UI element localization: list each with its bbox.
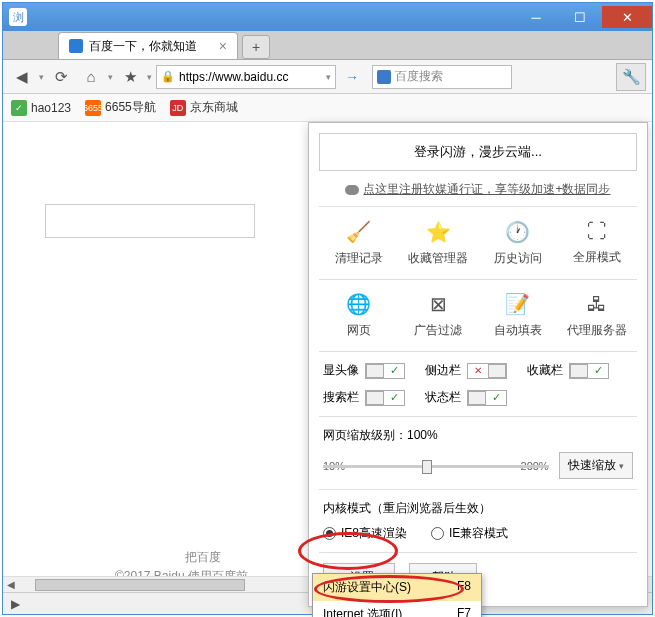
tab-favicon: [69, 39, 83, 53]
shortcut-text: F8: [457, 579, 471, 596]
radio-icon: [323, 527, 336, 540]
menu-clear-records[interactable]: 🧹清理记录: [319, 207, 399, 279]
toggle-favbar[interactable]: [569, 363, 609, 379]
toggle-statusbar-label: 状态栏: [425, 389, 461, 406]
toggle-searchbar-label: 搜索栏: [323, 389, 359, 406]
bookmark-icon: JD: [170, 100, 186, 116]
url-dropdown-icon[interactable]: ▾: [326, 72, 331, 82]
address-bar[interactable]: 🔒 https://www.baidu.cc ▾: [156, 65, 336, 89]
toggle-avatar-label: 显头像: [323, 362, 359, 379]
search-engine-icon[interactable]: [377, 70, 391, 84]
block-icon: ⊠: [430, 292, 447, 316]
cloud-icon: [345, 185, 359, 195]
lock-icon: 🔒: [161, 70, 175, 83]
toggle-searchbar[interactable]: [365, 390, 405, 406]
submenu-settings-center[interactable]: 闪游设置中心(S) F8: [313, 574, 481, 601]
bookmarks-bar: ✓ hao123 6655 6655导航 JD 京东商城: [3, 94, 652, 122]
server-icon: 🖧: [587, 293, 607, 316]
radio-iecompat[interactable]: IE兼容模式: [431, 525, 508, 542]
favorite-menu-icon[interactable]: ▾: [147, 72, 152, 82]
quick-zoom-button[interactable]: 快速缩放 ▾: [559, 452, 633, 479]
app-icon: 浏: [9, 8, 27, 26]
status-play-icon[interactable]: ▶: [11, 597, 20, 611]
search-placeholder: 百度搜索: [395, 68, 443, 85]
toggle-sidebar[interactable]: [467, 363, 507, 379]
content-area: 把百度 ©2017 Baidu 使用百度前 登录闪游，漫步云端... 点这里注册…: [3, 122, 652, 612]
favorite-button[interactable]: ★: [117, 64, 143, 90]
reload-button[interactable]: ⟳: [48, 64, 74, 90]
login-button[interactable]: 登录闪游，漫步云端...: [319, 133, 637, 171]
bookmark-hao123[interactable]: ✓ hao123: [11, 100, 71, 116]
scrollbar-thumb[interactable]: [35, 579, 245, 591]
menu-proxy[interactable]: 🖧代理服务器: [558, 279, 638, 351]
search-bar[interactable]: 百度搜索: [372, 65, 512, 89]
toggle-favbar-label: 收藏栏: [527, 362, 563, 379]
menu-adblock[interactable]: ⊠广告过滤: [399, 279, 479, 351]
slider-thumb[interactable]: [422, 460, 432, 474]
menu-fullscreen[interactable]: ⛶全屏模式: [558, 207, 638, 279]
bookmark-icon: 6655: [85, 100, 101, 116]
back-history-icon[interactable]: ▾: [39, 72, 44, 82]
chevron-down-icon: ▾: [619, 461, 624, 471]
maximize-button[interactable]: ☐: [558, 6, 602, 28]
minimize-button[interactable]: ─: [514, 6, 558, 28]
broom-icon: 🧹: [346, 220, 371, 244]
radio-ie8[interactable]: IE8高速渲染: [323, 525, 407, 542]
page-search-input[interactable]: [45, 204, 255, 238]
bookmark-jd[interactable]: JD 京东商城: [170, 99, 238, 116]
clock-icon: 🕐: [505, 220, 530, 244]
shortcut-text: F7: [457, 606, 471, 617]
titlebar: 浏 ─ ☐ ✕: [3, 3, 652, 31]
wrench-menu-button[interactable]: 🔧: [616, 63, 646, 91]
home-menu-icon[interactable]: ▾: [108, 72, 113, 82]
zoom-label: 网页缩放级别：100%: [323, 427, 633, 444]
toolbar: ◀ ▾ ⟳ ⌂ ▾ ★ ▾ 🔒 https://www.baidu.cc ▾ →…: [3, 60, 652, 94]
radio-icon: [431, 527, 444, 540]
tabbar: 百度一下，你就知道 × +: [3, 31, 652, 60]
globe-icon: 🌐: [346, 292, 371, 316]
form-icon: 📝: [505, 292, 530, 316]
bookmark-6655[interactable]: 6655 6655导航: [85, 99, 156, 116]
bookmark-icon: ✓: [11, 100, 27, 116]
fullscreen-icon: ⛶: [587, 220, 607, 243]
toggle-avatar[interactable]: [365, 363, 405, 379]
scroll-left-icon[interactable]: ◀: [3, 577, 19, 593]
toggle-sidebar-label: 侧边栏: [425, 362, 461, 379]
url-text: https://www.baidu.cc: [179, 70, 288, 84]
go-button[interactable]: →: [340, 69, 364, 85]
close-button[interactable]: ✕: [602, 6, 652, 28]
main-menu-dropdown: 登录闪游，漫步云端... 点这里注册软媒通行证，享等级加速+数据同步 🧹清理记录…: [308, 122, 648, 607]
kernel-label: 内核模式（重启浏览器后生效）: [323, 500, 633, 517]
toggle-statusbar[interactable]: [467, 390, 507, 406]
home-button[interactable]: ⌂: [78, 64, 104, 90]
settings-submenu: 闪游设置中心(S) F8 Internet 选项(I) F7: [312, 573, 482, 617]
menu-favorites-manager[interactable]: ⭐收藏管理器: [399, 207, 479, 279]
register-link[interactable]: 点这里注册软媒通行证，享等级加速+数据同步: [319, 181, 637, 198]
menu-history[interactable]: 🕐历史访问: [478, 207, 558, 279]
tab-close-icon[interactable]: ×: [219, 38, 227, 54]
menu-autofill[interactable]: 📝自动填表: [478, 279, 558, 351]
tab-active[interactable]: 百度一下，你就知道 ×: [58, 32, 238, 59]
back-button[interactable]: ◀: [9, 64, 35, 90]
tab-title: 百度一下，你就知道: [89, 38, 197, 55]
menu-webpage[interactable]: 🌐网页: [319, 279, 399, 351]
submenu-internet-options[interactable]: Internet 选项(I) F7: [313, 601, 481, 617]
page-footer-text: 把百度: [185, 549, 221, 566]
star-folder-icon: ⭐: [426, 220, 451, 244]
new-tab-button[interactable]: +: [242, 35, 270, 59]
zoom-slider[interactable]: 10%200%: [323, 456, 549, 476]
